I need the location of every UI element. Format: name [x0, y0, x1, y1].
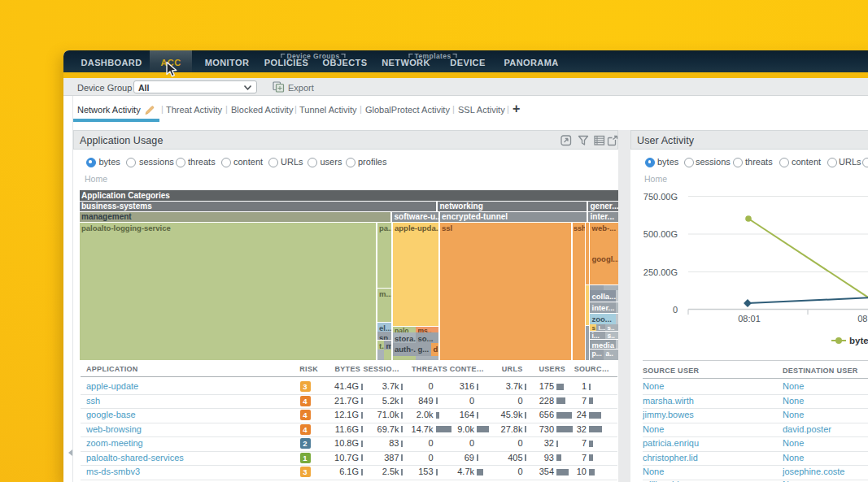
svg-text:750.00G: 750.00G — [643, 192, 678, 202]
svg-text:500.00G: 500.00G — [643, 229, 678, 239]
svg-text:0: 0 — [673, 305, 678, 315]
svg-text:08:01: 08:01 — [738, 314, 761, 324]
svg-text:250.00G: 250.00G — [643, 267, 678, 277]
svg-text:08:16: 08:16 — [857, 314, 868, 324]
svg-text:bytes: bytes — [849, 336, 868, 345]
